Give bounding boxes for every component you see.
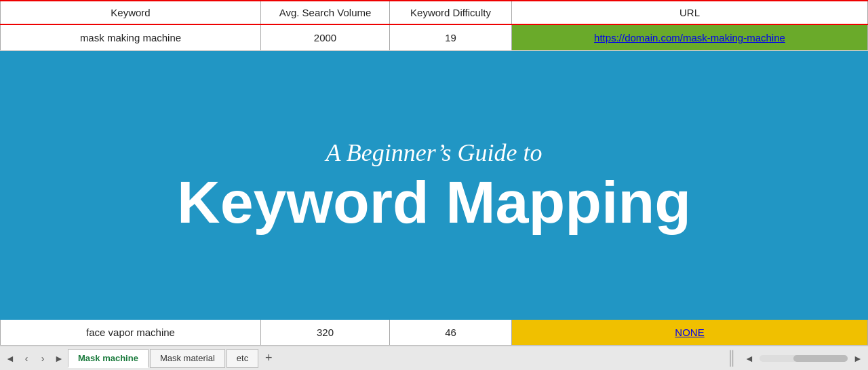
col-url-header: URL [512, 1, 868, 24]
tab-mask-machine[interactable]: Mask machine [68, 349, 149, 368]
cell-volume-1[interactable]: 2000 [261, 25, 390, 50]
cell-difficulty-2[interactable]: 46 [390, 320, 512, 345]
col-difficulty-header: Keyword Difficulty [390, 1, 512, 24]
col-volume-header: Avg. Search Volume [261, 1, 390, 24]
tab-nav-prev[interactable]: ‹ [19, 351, 34, 366]
tabs-separator: ║ [724, 350, 739, 366]
banner: A Beginner’s Guide to Keyword Mapping [0, 51, 868, 320]
tabs-bar: ◄ ‹ › ► Mask machine Mask material etc +… [0, 346, 868, 370]
url-link-1[interactable]: https://domain.com/mask-making-machine [594, 32, 785, 43]
banner-title: Keyword Mapping [177, 172, 691, 232]
banner-subtitle: A Beginner’s Guide to [326, 138, 542, 167]
scrollbar-left[interactable]: ◄ [742, 351, 757, 366]
cell-difficulty-1[interactable]: 19 [390, 25, 512, 50]
table-row-2: face vapor machine 320 46 NONE [0, 320, 868, 346]
cell-keyword-2[interactable]: face vapor machine [0, 320, 261, 345]
tab-add-button[interactable]: + [260, 350, 277, 367]
cell-volume-2[interactable]: 320 [261, 320, 390, 345]
tab-nav-next[interactable]: › [35, 351, 50, 366]
scrollbar-thumb [793, 355, 848, 362]
cell-url-2[interactable]: NONE [512, 320, 868, 345]
scrollbar-right[interactable]: ► [850, 351, 865, 366]
tab-nav-last[interactable]: ► [52, 351, 66, 366]
table-row: mask making machine 2000 19 https://doma… [0, 25, 868, 51]
tab-nav-first[interactable]: ◄ [3, 351, 18, 366]
table-header: Keyword Avg. Search Volume Keyword Diffi… [0, 0, 868, 25]
tab-mask-material[interactable]: Mask material [150, 349, 225, 368]
tab-etc[interactable]: etc [226, 349, 258, 368]
cell-url-1[interactable]: https://domain.com/mask-making-machine [512, 25, 868, 50]
cell-keyword-1[interactable]: mask making machine [0, 25, 261, 50]
scrollbar-area[interactable] [760, 355, 848, 362]
col-keyword-header: Keyword [0, 1, 261, 24]
spreadsheet-container: Keyword Avg. Search Volume Keyword Diffi… [0, 0, 868, 370]
url-link-2[interactable]: NONE [675, 327, 704, 338]
tabs-right: ║ ◄ ► [724, 350, 865, 366]
